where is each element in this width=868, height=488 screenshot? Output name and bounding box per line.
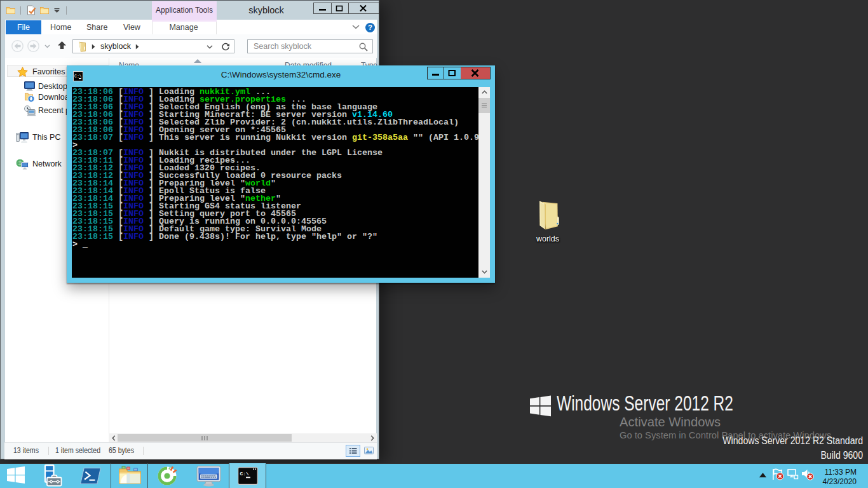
svg-text:C:\: C:\ bbox=[240, 471, 250, 477]
